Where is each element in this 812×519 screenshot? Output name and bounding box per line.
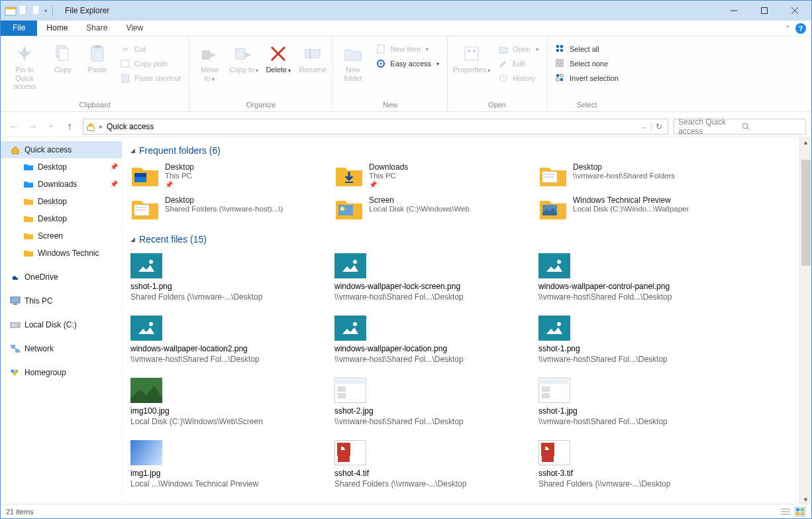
back-button[interactable]: ← (6, 119, 22, 135)
scroll-up-icon[interactable]: ▲ (801, 137, 811, 148)
copy-path-button[interactable]: Copy path (117, 58, 183, 70)
svg-rect-60 (338, 205, 353, 215)
paste-shortcut-button[interactable]: Paste shortcut (117, 72, 183, 84)
forward-button[interactable]: → (25, 119, 40, 135)
paste-button[interactable]: Paste (81, 40, 113, 77)
tab-file[interactable]: File (1, 21, 37, 36)
section-recent-files[interactable]: ◢ Recent files (15) (130, 234, 794, 245)
qat-properties-icon[interactable] (31, 5, 43, 17)
file-item[interactable]: sshot-4.tif Shared Folders (\\vmware-...… (334, 438, 493, 489)
minimize-button[interactable] (719, 1, 749, 21)
cut-icon: ✂ (120, 44, 130, 54)
sidebar-this-pc[interactable]: This PC (1, 292, 122, 310)
search-input[interactable]: Search Quick access (674, 119, 806, 135)
svg-point-49 (15, 370, 19, 373)
sidebar-network[interactable]: Network (1, 340, 122, 357)
navigation-bar: ← → ▾ ↑ ▸ Quick access ⌄ ↻ Search Quick … (1, 116, 811, 137)
new-item-button[interactable]: New item▾ (373, 43, 442, 55)
easy-access-button[interactable]: Easy access▾ (373, 58, 442, 70)
folder-item[interactable]: Desktop\\vmware-host\Shared Folders (538, 162, 711, 189)
recent-locations-button[interactable]: ▾ (43, 119, 59, 135)
sidebar-item-downloads[interactable]: Downloads📌 (1, 176, 122, 193)
cut-button[interactable]: ✂Cut (117, 43, 183, 55)
sidebar-item-desktop[interactable]: Desktop (1, 193, 122, 210)
svg-point-72 (353, 322, 357, 326)
file-item[interactable]: windows-wallpaper-location.png \\vmware-… (334, 314, 493, 364)
properties-button[interactable]: Properties▾ (452, 40, 491, 77)
folder-item[interactable]: ScreenLocal Disk (C:)\Windows\Web (334, 196, 507, 222)
file-item[interactable]: sshot-1.jpg \\vmware-host\Shared Fol...\… (538, 376, 697, 426)
svg-point-50 (13, 373, 17, 376)
svg-rect-28 (560, 45, 563, 48)
folder-item[interactable]: Windows Technical PreviewLocal Disk (C:)… (538, 196, 711, 222)
svg-rect-80 (542, 386, 550, 392)
help-icon[interactable]: ? (795, 23, 806, 34)
vertical-scrollbar[interactable]: ▲ ▼ (799, 137, 811, 505)
copy-to-button[interactable]: Copy to▾ (228, 40, 260, 77)
new-folder-button[interactable]: New folder (337, 40, 369, 85)
breadcrumb[interactable]: Quick access (107, 122, 154, 131)
sidebar-item-windows-technic[interactable]: Windows Technic (1, 245, 122, 262)
invert-selection-button[interactable]: Invert selection (552, 72, 621, 84)
new-folder-icon (342, 43, 364, 64)
collapse-ribbon-icon[interactable]: ⌃ (785, 25, 790, 32)
file-item[interactable]: sshot-1.png \\vmware-host\Shared Fol...\… (538, 314, 697, 364)
folder-item[interactable]: DownloadsThis PC📌 (334, 162, 507, 189)
invert-selection-icon (555, 73, 566, 84)
svg-rect-79 (540, 380, 568, 384)
svg-rect-78 (338, 393, 346, 398)
sidebar-onedrive[interactable]: OneDrive (1, 268, 122, 286)
refresh-button[interactable]: ↻ (651, 122, 662, 131)
sidebar-local-disk[interactable]: Local Disk (C:) (1, 316, 122, 333)
details-view-button[interactable] (780, 506, 791, 517)
sidebar-item-desktop[interactable]: Desktop (1, 210, 122, 227)
history-button[interactable]: History (495, 72, 541, 84)
maximize-button[interactable] (749, 1, 780, 21)
file-item[interactable]: img100.jpg Local Disk (C:)\Windows\Web\S… (130, 376, 289, 426)
svg-point-24 (468, 50, 470, 52)
file-item[interactable]: windows-wallpaper-control-panel.png \\vm… (538, 251, 697, 302)
sidebar-item-desktop[interactable]: Desktop📌 (1, 158, 122, 176)
delete-button[interactable]: Delete▾ (262, 40, 294, 77)
file-item[interactable]: sshot-3.tif Shared Folders (\\vmware-...… (538, 438, 697, 489)
copy-button[interactable]: Copy (47, 40, 79, 77)
qat-caret-icon[interactable]: ▾ (44, 8, 47, 14)
chevron-right-icon[interactable]: ▸ (99, 123, 103, 130)
pin-to-quick-access-button[interactable]: Pin to Quick access (5, 40, 44, 93)
sidebar-quick-access[interactable]: Quick access (1, 141, 122, 158)
qat-new-icon[interactable] (18, 5, 30, 17)
open-button[interactable]: Open▾ (495, 43, 541, 55)
folder-item[interactable]: DesktopShared Folders (\\vmware-host)...… (130, 196, 303, 222)
tab-home[interactable]: Home (37, 21, 77, 36)
edit-button[interactable]: Edit (495, 58, 541, 70)
select-all-button[interactable]: Select all (552, 43, 621, 55)
svg-rect-1 (5, 7, 16, 9)
file-item[interactable]: img1.jpg Local ...\Windows Technical Pre… (130, 438, 289, 489)
up-button[interactable]: ↑ (62, 119, 77, 135)
scroll-thumb[interactable] (801, 160, 811, 266)
thumbnails-view-button[interactable] (794, 506, 806, 517)
file-item[interactable]: windows-wallpaper-lock-screen.png \\vmwa… (334, 251, 493, 302)
file-item[interactable]: sshot-1.png Shared Folders (\\vmware-...… (130, 251, 289, 302)
address-dropdown-icon[interactable]: ⌄ (642, 123, 647, 130)
tab-share[interactable]: Share (77, 21, 117, 36)
sidebar-item-screen[interactable]: Screen (1, 227, 122, 245)
quick-access-toolbar: ▾ (2, 5, 60, 17)
file-item[interactable]: sshot-2.jpg \\vmware-host\Shared Fol...\… (334, 376, 493, 426)
pin-icon: 📌 (110, 178, 118, 191)
close-button[interactable] (780, 1, 810, 21)
image-thumbnail (538, 314, 570, 343)
ribbon: Pin to Quick access Copy Paste ✂Cut Copy… (1, 36, 811, 112)
select-none-button[interactable]: Select none (552, 58, 621, 70)
svg-rect-76 (336, 380, 364, 384)
tab-view[interactable]: View (117, 21, 152, 36)
move-to-button[interactable]: Move to▾ (193, 40, 225, 85)
sidebar-homegroup[interactable]: Homegroup (1, 364, 122, 381)
svg-rect-37 (556, 78, 559, 81)
folder-item[interactable]: DesktopThis PC📌 (130, 162, 303, 189)
address-bar[interactable]: ▸ Quick access ⌄ ↻ (83, 119, 668, 135)
section-frequent-folders[interactable]: ◢ Frequent folders (6) (130, 145, 794, 156)
rename-button[interactable]: Rename (297, 40, 329, 77)
svg-rect-13 (121, 60, 129, 67)
file-item[interactable]: windows-wallpaper-location2.png \\vmware… (130, 314, 289, 364)
